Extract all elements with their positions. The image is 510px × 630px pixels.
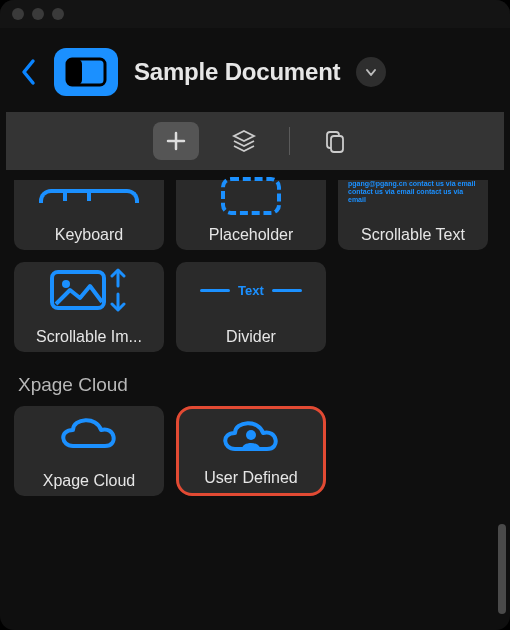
zoom-dot[interactable]: [52, 8, 64, 20]
tile-label: Scrollable Im...: [36, 328, 142, 346]
sidebar-toggle-button[interactable]: [54, 48, 118, 96]
svg-rect-1: [67, 59, 82, 85]
component-palette: Keyboard Placeholder pgang@pgang.cn cont…: [0, 170, 510, 628]
layers-icon: [231, 128, 257, 154]
plus-icon: [165, 130, 187, 152]
layers-button[interactable]: [221, 122, 267, 160]
scrollable-image-icon: [14, 268, 164, 312]
clipboard-icon: [322, 128, 348, 154]
tile-xpage-cloud[interactable]: Xpage Cloud: [14, 406, 164, 496]
cloud-user-icon: [179, 415, 323, 459]
tile-keyboard[interactable]: Keyboard: [14, 180, 164, 250]
back-button[interactable]: [20, 57, 38, 87]
tile-scrollable-text[interactable]: pgang@pgang.cn contact us via email cont…: [338, 180, 488, 250]
app-window: Sample Document: [0, 0, 510, 630]
tile-row-cloud: Xpage Cloud User Defined: [14, 406, 496, 496]
toolbar: [6, 112, 504, 170]
svg-marker-4: [234, 131, 254, 141]
tile-label: Keyboard: [55, 226, 124, 244]
divider-icon: Text: [176, 268, 326, 312]
tile-divider[interactable]: Text Divider: [176, 262, 326, 352]
tile-user-defined[interactable]: User Defined: [176, 406, 326, 496]
cloud-icon: [14, 412, 164, 456]
tile-label: User Defined: [204, 469, 297, 487]
add-button[interactable]: [153, 122, 199, 160]
keyboard-icon: [14, 174, 164, 218]
close-dot[interactable]: [12, 8, 24, 20]
tile-row-2: Scrollable Im... Text Divider: [14, 262, 496, 352]
chevron-down-icon: [364, 65, 378, 79]
clipboard-button[interactable]: [312, 122, 358, 160]
tile-scrollable-image[interactable]: Scrollable Im...: [14, 262, 164, 352]
svg-point-11: [246, 430, 256, 440]
tile-label: Xpage Cloud: [43, 472, 136, 490]
svg-point-8: [62, 280, 70, 288]
tile-row-partial: Keyboard Placeholder pgang@pgang.cn cont…: [14, 180, 496, 250]
scrollable-text-icon: pgang@pgang.cn contact us via email cont…: [338, 180, 488, 224]
tile-label: Placeholder: [209, 226, 294, 244]
minimize-dot[interactable]: [32, 8, 44, 20]
document-dropdown[interactable]: [356, 57, 386, 87]
tile-label: Divider: [226, 328, 276, 346]
scrollbar-thumb[interactable]: [498, 524, 506, 614]
svg-rect-6: [331, 136, 343, 152]
tile-label: Scrollable Text: [361, 226, 465, 244]
document-title: Sample Document: [134, 58, 340, 86]
header: Sample Document: [0, 28, 510, 108]
sidebar-icon: [65, 57, 107, 87]
section-header-xpage-cloud: Xpage Cloud: [18, 374, 496, 396]
tile-placeholder[interactable]: Placeholder: [176, 180, 326, 250]
toolbar-separator: [289, 127, 290, 155]
titlebar: [0, 0, 510, 28]
placeholder-icon: [176, 174, 326, 218]
